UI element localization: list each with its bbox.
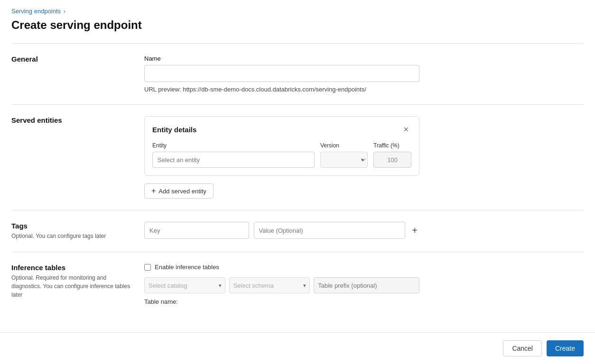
- traffic-field: Traffic (%): [373, 142, 411, 168]
- entity-details-card: Entity details × Entity Version: [144, 116, 419, 176]
- general-section: General Name URL preview: https://db-sme…: [11, 43, 584, 104]
- served-entities-title: Served entities: [11, 116, 133, 124]
- entity-field: Entity: [152, 142, 315, 168]
- name-label: Name: [144, 55, 584, 62]
- breadcrumb-link[interactable]: Serving endpoints: [11, 8, 61, 15]
- served-entities-section: Served entities Entity details × Entity: [11, 104, 584, 210]
- schema-select-wrapper: Select schema: [229, 277, 310, 293]
- enable-inference-label[interactable]: Enable inference tables: [155, 264, 219, 271]
- version-select[interactable]: [320, 152, 368, 168]
- general-section-title: General: [11, 55, 133, 63]
- catalog-select[interactable]: Select catalog: [144, 277, 225, 293]
- tags-title: Tags: [11, 222, 133, 230]
- schema-select[interactable]: Select schema: [229, 277, 310, 293]
- close-entity-card-button[interactable]: ×: [400, 124, 411, 135]
- inference-tables-title: Inference tables: [11, 264, 133, 272]
- enable-inference-checkbox[interactable]: [144, 264, 151, 271]
- table-name-row: Table name:: [144, 298, 584, 305]
- breadcrumb-separator: ›: [64, 8, 65, 15]
- traffic-input[interactable]: [373, 152, 411, 168]
- version-col-label: Version: [320, 142, 368, 149]
- tag-value-input[interactable]: [254, 222, 406, 239]
- breadcrumb: Serving endpoints ›: [11, 8, 584, 15]
- page-title: Create serving endpoint: [11, 18, 584, 32]
- enable-inference-checkbox-row: Enable inference tables: [144, 264, 584, 271]
- add-tag-button[interactable]: +: [410, 225, 419, 236]
- entity-col-label: Entity: [152, 142, 315, 149]
- add-entity-label: Add served entity: [158, 188, 206, 195]
- tags-row: +: [144, 222, 419, 239]
- version-field: Version: [320, 142, 368, 168]
- table-prefix-input[interactable]: [314, 277, 419, 293]
- cancel-button[interactable]: Cancel: [503, 340, 542, 356]
- footer: Cancel Create: [0, 332, 595, 364]
- tags-description: Optional. You can configure tags later: [11, 232, 133, 240]
- catalog-select-wrapper: Select catalog: [144, 277, 225, 293]
- create-button[interactable]: Create: [547, 340, 584, 356]
- inference-tables-section: Inference tables Optional. Required for …: [11, 252, 584, 317]
- tags-section: Tags Optional. You can configure tags la…: [11, 210, 584, 252]
- inference-selects-row: Select catalog Select schema: [144, 277, 419, 293]
- url-preview: URL preview: https://db-sme-demo-docs.cl…: [144, 86, 584, 93]
- entity-search-input[interactable]: [152, 152, 315, 168]
- inference-tables-description: Optional. Required for monitoring and di…: [11, 273, 133, 299]
- traffic-col-label: Traffic (%): [373, 142, 411, 149]
- entity-card-title: Entity details: [152, 126, 196, 134]
- name-input[interactable]: [144, 65, 419, 82]
- add-entity-icon: +: [151, 187, 156, 195]
- tag-key-input[interactable]: [144, 222, 249, 239]
- add-served-entity-button[interactable]: + Add served entity: [144, 183, 214, 199]
